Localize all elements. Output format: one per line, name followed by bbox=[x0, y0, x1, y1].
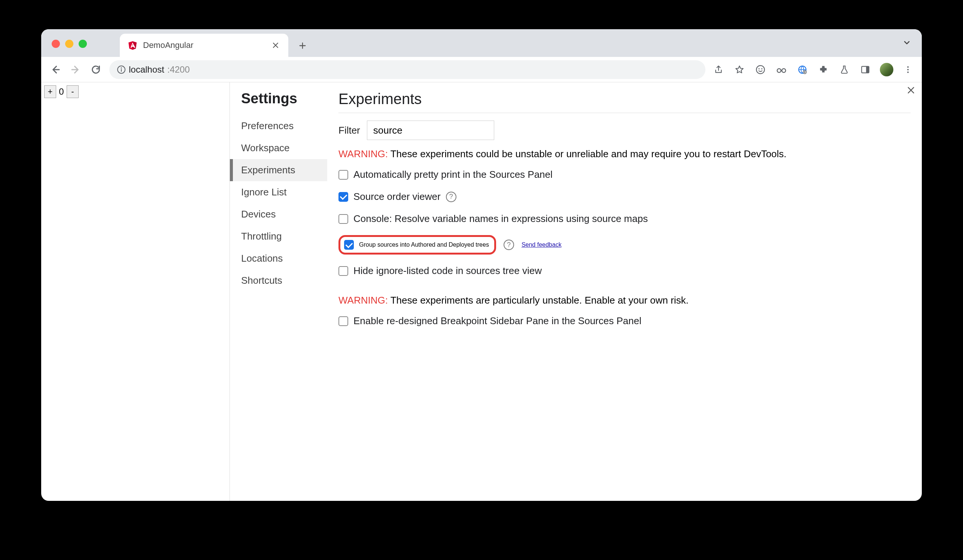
extension-face-icon[interactable] bbox=[754, 63, 767, 76]
close-window-button[interactable] bbox=[52, 40, 60, 48]
experiment-resolve-variables: Console: Resolve variable names in expre… bbox=[339, 213, 911, 225]
tab-title: DemoAngular bbox=[143, 40, 265, 50]
reload-button[interactable] bbox=[89, 63, 102, 76]
experiment-pretty-print: Automatically pretty print in the Source… bbox=[339, 169, 911, 180]
svg-point-16 bbox=[907, 69, 909, 70]
experiment-source-order-viewer: Source order viewer ? bbox=[339, 191, 911, 202]
close-tab-icon[interactable] bbox=[270, 40, 281, 50]
experiments-title: Experiments bbox=[339, 91, 911, 107]
tab-list-chevron-icon[interactable] bbox=[902, 38, 911, 47]
profile-avatar[interactable] bbox=[880, 63, 893, 76]
svg-rect-12 bbox=[804, 71, 806, 73]
nav-throttling[interactable]: Throttling bbox=[230, 225, 327, 248]
forward-button[interactable] bbox=[69, 63, 83, 76]
bookmark-star-icon[interactable] bbox=[733, 63, 746, 76]
divider bbox=[339, 113, 911, 113]
nav-experiments[interactable]: Experiments bbox=[230, 159, 327, 181]
extensions-puzzle-icon[interactable] bbox=[817, 63, 830, 76]
address-bar[interactable]: localhost:4200 bbox=[109, 60, 705, 79]
incognito-glasses-icon[interactable] bbox=[775, 63, 788, 76]
send-feedback-link[interactable]: Send feedback bbox=[522, 241, 562, 248]
side-panel-icon[interactable] bbox=[859, 63, 872, 76]
settings-container: Settings Preferences Workspace Experimen… bbox=[230, 83, 922, 501]
experiment-label: Console: Resolve variable names in expre… bbox=[353, 213, 648, 225]
share-icon[interactable] bbox=[712, 63, 725, 76]
checkbox-pretty-print[interactable] bbox=[339, 170, 348, 180]
content-area: + 0 - Settings Preferences Workspace Exp… bbox=[41, 83, 922, 501]
browser-tab[interactable]: DemoAngular bbox=[120, 34, 288, 57]
settings-sidebar: Settings Preferences Workspace Experimen… bbox=[230, 83, 327, 501]
filter-label: Filter bbox=[339, 125, 360, 136]
nav-ignore-list[interactable]: Ignore List bbox=[230, 181, 327, 203]
angular-icon bbox=[127, 40, 138, 50]
svg-point-15 bbox=[907, 66, 909, 68]
maximize-window-button[interactable] bbox=[79, 40, 87, 48]
increment-button[interactable]: + bbox=[44, 85, 56, 98]
help-icon[interactable]: ? bbox=[504, 240, 514, 250]
counter-widget: + 0 - bbox=[44, 85, 227, 98]
experiment-hide-ignore-listed: Hide ignore-listed code in sources tree … bbox=[339, 265, 911, 277]
filter-input[interactable] bbox=[367, 121, 494, 140]
nav-shortcuts[interactable]: Shortcuts bbox=[230, 270, 327, 291]
experiment-label: Source order viewer bbox=[353, 191, 441, 202]
svg-point-7 bbox=[761, 68, 762, 69]
labs-flask-icon[interactable] bbox=[838, 63, 851, 76]
window-controls bbox=[52, 40, 87, 48]
help-icon[interactable]: ? bbox=[446, 192, 456, 202]
tab-strip: DemoAngular bbox=[41, 29, 922, 57]
minimize-window-button[interactable] bbox=[65, 40, 73, 48]
warning-text: These experiments could be unstable or u… bbox=[388, 148, 787, 159]
page-content: + 0 - bbox=[41, 83, 230, 501]
svg-rect-4 bbox=[121, 69, 122, 71]
warning-label: WARNING: bbox=[339, 148, 388, 159]
experiment-label: Automatically pretty print in the Source… bbox=[353, 169, 553, 180]
toolbar-actions bbox=[712, 63, 914, 76]
svg-point-9 bbox=[782, 68, 786, 72]
svg-point-6 bbox=[759, 68, 760, 69]
decrement-button[interactable]: - bbox=[66, 85, 79, 98]
svg-point-5 bbox=[756, 65, 765, 74]
nav-preferences[interactable]: Preferences bbox=[230, 115, 327, 137]
experiment-label: Group sources into Authored and Deployed… bbox=[359, 241, 489, 248]
filter-row: Filter bbox=[339, 121, 911, 140]
nav-locations[interactable]: Locations bbox=[230, 248, 327, 270]
browser-toolbar: localhost:4200 bbox=[41, 57, 922, 83]
unstable-warning: WARNING: These experiments are particula… bbox=[339, 295, 911, 306]
svg-point-8 bbox=[777, 68, 781, 72]
checkbox-source-order[interactable] bbox=[339, 192, 348, 202]
new-tab-button[interactable] bbox=[296, 39, 309, 52]
nav-workspace[interactable]: Workspace bbox=[230, 137, 327, 159]
extension-globe-icon[interactable] bbox=[796, 63, 809, 76]
chrome-menu-icon[interactable] bbox=[901, 63, 914, 76]
experiment-breakpoint-sidebar: Enable re-designed Breakpoint Sidebar Pa… bbox=[339, 315, 911, 327]
browser-window: DemoAngular localhost:4200 bbox=[41, 29, 922, 501]
settings-title: Settings bbox=[230, 91, 327, 107]
highlighted-experiment: Group sources into Authored and Deployed… bbox=[339, 235, 496, 254]
svg-rect-14 bbox=[866, 66, 869, 73]
checkbox-resolve-vars[interactable] bbox=[339, 214, 348, 224]
warning-text: These experiments are particularly unsta… bbox=[388, 295, 689, 306]
experiment-label: Hide ignore-listed code in sources tree … bbox=[353, 265, 542, 277]
experiments-warning: WARNING: These experiments could be unst… bbox=[339, 148, 911, 160]
svg-point-3 bbox=[121, 67, 122, 68]
nav-devices[interactable]: Devices bbox=[230, 203, 327, 225]
checkbox-breakpoint-sidebar[interactable] bbox=[339, 316, 348, 326]
close-settings-icon[interactable] bbox=[907, 86, 915, 94]
devtools-panel: Settings Preferences Workspace Experimen… bbox=[230, 83, 922, 501]
checkbox-group-sources[interactable] bbox=[344, 240, 354, 250]
checkbox-hide-ignore[interactable] bbox=[339, 266, 348, 276]
experiment-group-sources-row: Group sources into Authored and Deployed… bbox=[339, 235, 911, 254]
site-info-icon[interactable] bbox=[117, 65, 126, 74]
counter-value: 0 bbox=[58, 86, 65, 97]
settings-nav: Preferences Workspace Experiments Ignore… bbox=[230, 115, 327, 291]
warning-label: WARNING: bbox=[339, 295, 388, 306]
experiment-label: Enable re-designed Breakpoint Sidebar Pa… bbox=[353, 315, 641, 327]
settings-main: Experiments Filter WARNING: These experi… bbox=[327, 83, 922, 501]
url-port: :4200 bbox=[167, 65, 190, 75]
svg-point-17 bbox=[907, 71, 909, 73]
url-host: localhost bbox=[129, 65, 164, 75]
back-button[interactable] bbox=[49, 63, 62, 76]
